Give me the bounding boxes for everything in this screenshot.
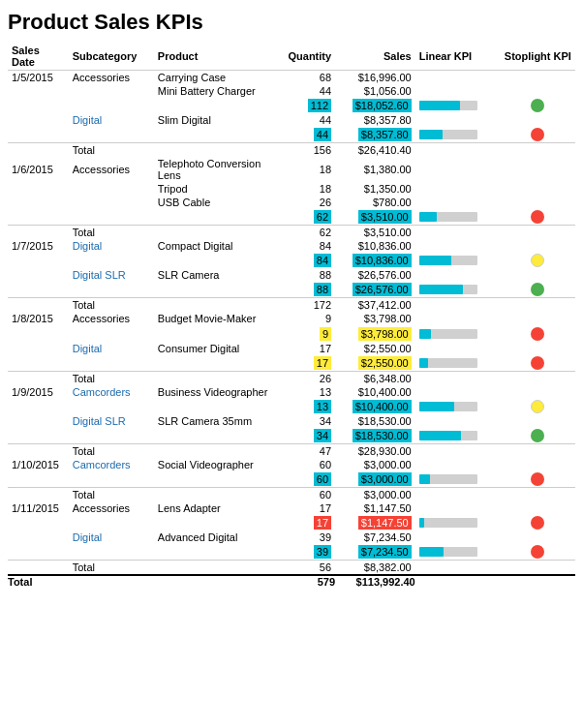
table-row: 62$3,510.00 (8, 209, 575, 226)
table-row: Total56$8,382.00 (8, 561, 575, 576)
kpi-bar-wrapper (419, 518, 477, 528)
table-row: Total60$3,000.00 (8, 487, 575, 501)
cell-sales: $780.00 (335, 196, 415, 209)
cell-date (8, 298, 69, 313)
sales-highlight: $18,530.00 (353, 429, 412, 442)
cell-subcat: Camcorders (69, 385, 154, 399)
cell-quantity: 156 (277, 143, 336, 158)
cell-date (8, 428, 69, 444)
cell-date: 1/10/2015 (8, 458, 69, 471)
cell-stoplight-kpi (501, 253, 575, 268)
cell-subcat (69, 282, 154, 298)
table-row: DigitalSlim Digital44$8,357.80 (8, 113, 575, 127)
cell-date: 1/7/2015 (8, 239, 69, 253)
cell-date (8, 84, 69, 98)
cell-quantity: 44 (277, 127, 336, 143)
cell-quantity: 9 (277, 325, 336, 341)
stoplight-dot-yellow (531, 254, 544, 267)
cell-date (8, 209, 69, 226)
cell-subcat: Accessories (69, 157, 154, 182)
cell-quantity: 17 (277, 342, 336, 355)
stoplight-dot-green (531, 429, 544, 442)
cell-product (154, 355, 277, 372)
cell-subcat: Digital (69, 113, 154, 127)
cell-subcat: Digital SLR (69, 268, 154, 282)
cell-sales: $3,510.00 (335, 226, 415, 240)
sales-highlight: $3,510.00 (358, 210, 412, 224)
cell-subcat: Camcorders (69, 458, 154, 471)
cell-stoplight-kpi (501, 98, 575, 113)
table-row: 1/8/2015AccessoriesBudget Movie-Maker9$3… (8, 312, 575, 325)
cell-quantity: 88 (277, 282, 336, 298)
col-header-linear: Linear KPI (415, 43, 501, 71)
cell-product (154, 471, 277, 488)
cell-linear-kpi (415, 325, 501, 341)
cell-quantity: 60 (277, 487, 336, 501)
cell-date (8, 487, 69, 501)
cell-stoplight-kpi (501, 487, 575, 501)
cell-sales: $8,357.80 (335, 127, 415, 143)
col-header-sales: Sales (335, 43, 415, 71)
cell-stoplight-kpi (501, 143, 575, 158)
qty-highlight: 34 (314, 429, 331, 442)
table-row: 60$3,000.00 (8, 471, 575, 488)
cell-date (8, 226, 69, 240)
grand-total-product (154, 575, 277, 588)
table-row: 112$18,052.60 (8, 98, 575, 113)
kpi-bar-fill (419, 474, 430, 484)
sales-highlight: $2,550.00 (358, 356, 412, 370)
cell-product (154, 487, 277, 501)
cell-subcat (69, 428, 154, 444)
cell-date (8, 253, 69, 268)
cell-stoplight-kpi (501, 501, 575, 515)
kpi-bar-wrapper (419, 130, 477, 139)
cell-sales: $1,350.00 (335, 182, 415, 196)
cell-stoplight-kpi (501, 561, 575, 576)
table-row: USB Cable26$780.00 (8, 196, 575, 209)
cell-date (8, 399, 69, 414)
table-row: Total26$6,348.00 (8, 371, 575, 385)
grand-total-row: Total 579 $113,992.40 (8, 575, 575, 588)
cell-date (8, 268, 69, 282)
stoplight-dot-red (531, 327, 544, 341)
kpi-bar-wrapper (419, 101, 477, 110)
cell-sales: $18,530.00 (335, 428, 415, 444)
cell-quantity: 84 (277, 239, 336, 253)
cell-quantity: 17 (277, 355, 336, 372)
table-row: 9$3,798.00 (8, 325, 575, 341)
table-row: 1/9/2015CamcordersBusiness Videographer1… (8, 385, 575, 399)
cell-subcat: Digital (69, 531, 154, 544)
cell-sales: $3,000.00 (335, 458, 415, 471)
cell-product (154, 143, 277, 158)
cell-quantity: 26 (277, 196, 336, 209)
cell-stoplight-kpi (501, 182, 575, 196)
cell-linear-kpi (415, 182, 501, 196)
cell-sales: $3,798.00 (335, 325, 415, 341)
sales-highlight: $10,400.00 (353, 400, 412, 413)
cell-sales: $10,400.00 (335, 399, 415, 414)
qty-highlight: 84 (314, 254, 331, 267)
table-row: 1/5/2015AccessoriesCarrying Case68$16,99… (8, 71, 575, 85)
cell-product (154, 371, 277, 385)
cell-sales: $1,147.50 (335, 501, 415, 515)
kpi-bar-wrapper (419, 547, 477, 557)
cell-linear-kpi (415, 515, 501, 531)
cell-linear-kpi (415, 501, 501, 515)
cell-quantity: 47 (277, 443, 336, 458)
cell-quantity: 44 (277, 113, 336, 127)
cell-stoplight-kpi (501, 298, 575, 313)
cell-stoplight-kpi (501, 371, 575, 385)
cell-date (8, 443, 69, 458)
stoplight-dot-red (531, 128, 544, 141)
cell-linear-kpi (415, 399, 501, 414)
cell-product: Tripod (154, 182, 277, 196)
kpi-bar-fill (419, 256, 451, 265)
cell-date (8, 127, 69, 143)
cell-sales: $7,234.50 (335, 544, 415, 561)
cell-linear-kpi (415, 113, 501, 127)
cell-date (8, 182, 69, 196)
col-header-product: Product (154, 43, 277, 71)
cell-quantity: 9 (277, 312, 336, 325)
cell-stoplight-kpi (501, 342, 575, 355)
cell-quantity: 34 (277, 428, 336, 444)
